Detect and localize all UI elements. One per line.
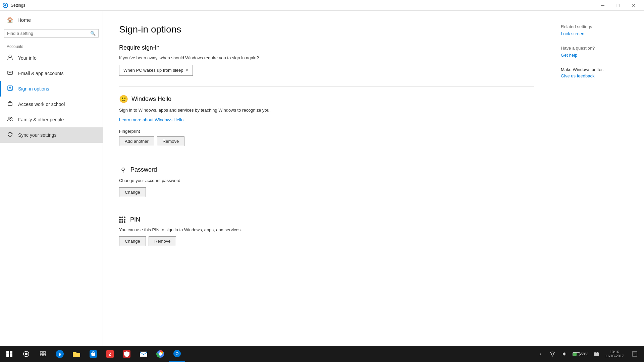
password-header: Password [119,165,534,174]
sign-in-icon [7,85,13,93]
divider-2 [119,157,534,157]
file-explorer-taskbar-button[interactable] [68,346,85,362]
your-info-icon [7,54,13,62]
clock-date: 11-10-2017 [605,354,624,358]
store-icon [89,350,98,358]
dropdown-value: When PC wakes up from sleep [123,68,183,73]
svg-point-32 [176,353,178,355]
battery-bar [573,352,580,356]
family-icon [7,116,13,123]
svg-rect-12 [6,354,9,357]
sidebar-item-your-info[interactable]: Your info [0,50,103,66]
give-feedback-link[interactable]: Give us feedback [561,73,633,78]
fingerprint-remove-button[interactable]: Remove [157,136,184,146]
sidebar-item-sign-in-options[interactable]: Sign-in options [0,81,103,97]
volume-icon-tray[interactable] [558,346,571,362]
battery-tray[interactable]: 59% [571,352,590,356]
system-clock[interactable]: 13:16 11-10-2017 [602,346,627,362]
get-help-link[interactable]: Get help [561,53,633,58]
sidebar-home[interactable]: 🏠 Home [0,11,103,29]
windows-hello-section: 🙂 Windows Hello Sign in to Windows, apps… [119,95,534,146]
windows-logo-icon [6,351,12,357]
sidebar-item-sync-settings[interactable]: Sync your settings [0,127,103,143]
svg-rect-5 [8,103,12,106]
task-view-button[interactable] [35,346,51,362]
svg-rect-16 [40,352,43,353]
search-box[interactable]: 🔍 [4,29,99,38]
windows-hello-heading: Windows Hello [131,96,171,103]
pin-remove-button[interactable]: Remove [149,236,176,246]
add-another-button[interactable]: Add another [119,136,154,146]
svg-rect-19 [43,354,46,356]
learn-more-link[interactable]: Learn more about Windows Hello [119,117,183,122]
action-center-button[interactable] [627,346,643,362]
fingerprint-buttons: Add another Remove [119,136,534,146]
password-section: Password Change your account password Ch… [119,165,534,197]
sign-in-dropdown[interactable]: When PC wakes up from sleep ∨ [119,65,193,76]
password-description: Change your account password [119,177,534,184]
action-center-icon [632,351,637,357]
make-windows-better-text: Make Windows better. [561,67,633,72]
password-change-button[interactable]: Change [119,187,146,197]
home-icon: 🏠 [7,17,13,23]
security-icon [122,350,131,358]
store-taskbar-button[interactable] [85,346,101,362]
tray-chevron-button[interactable]: ∧ [534,346,546,362]
lock-screen-link[interactable]: Lock screen [561,31,633,36]
settings-taskbar-button[interactable] [169,346,185,362]
work-icon [7,101,13,108]
have-a-question-heading: Have a question? [561,46,633,51]
email-taskbar-icon [139,350,148,358]
network-icon-tray[interactable] [546,346,558,362]
minimize-button[interactable]: ─ [595,0,610,11]
sidebar-item-family-other-people[interactable]: Family & other people [0,112,103,127]
home-label: Home [17,17,31,23]
titlebar: Settings ─ □ ✕ [0,0,644,11]
chrome-icon [156,350,165,358]
svg-text:e: e [58,351,61,357]
close-button[interactable]: ✕ [626,0,641,11]
svg-rect-17 [43,352,46,353]
pin-section: PIN You can use this PIN to sign in to W… [119,216,534,246]
require-sign-in-description: If you've been away, when should Windows… [119,55,534,61]
pin-buttons: Change Remove [119,236,534,246]
svg-point-29 [159,353,162,355]
password-icon [119,165,127,174]
cortana-button[interactable] [18,346,34,362]
onedrive-icon-tray[interactable] [590,346,602,362]
sidebar-item-label-family: Family & other people [18,117,64,122]
battery-percent: 59% [581,352,588,356]
pin-icon [119,217,127,223]
related-settings-heading: Related settings [561,24,633,29]
clock-time: 13:16 [610,350,619,354]
edge-taskbar-button[interactable]: e [52,346,68,362]
sync-icon [7,131,13,139]
red-app-taskbar-button[interactable]: Z [102,346,118,362]
window-controls: ─ □ ✕ [595,0,641,11]
password-heading: Password [130,166,157,173]
windows-hello-description: Sign in to Windows, apps and services by… [119,107,534,114]
svg-text:Z: Z [109,352,111,357]
window-title: Settings [11,3,25,8]
volume-icon [562,351,567,357]
sidebar-item-email-app-accounts[interactable]: Email & app accounts [0,66,103,81]
related-settings-section: Related settings Lock screen [561,24,633,36]
search-input[interactable] [7,31,90,36]
svg-point-15 [25,353,28,355]
sidebar-item-label-work: Access work or school [18,102,65,107]
pin-change-button[interactable]: Change [119,236,146,246]
svg-point-4 [9,87,11,88]
svg-point-7 [11,118,12,119]
sidebar-item-access-work-school[interactable]: Access work or school [0,97,103,112]
security-taskbar-button[interactable] [119,346,135,362]
start-button[interactable] [1,346,17,362]
chrome-taskbar-button[interactable] [152,346,168,362]
edge-icon: e [55,349,64,359]
pin-heading: PIN [130,216,140,223]
app-body: 🏠 Home 🔍 Accounts Your info Email & app … [0,11,644,346]
svg-point-9 [123,172,123,173]
divider-3 [119,208,534,208]
maximize-button[interactable]: □ [610,0,626,11]
task-view-icon [40,351,46,357]
email-taskbar-button[interactable] [136,346,152,362]
